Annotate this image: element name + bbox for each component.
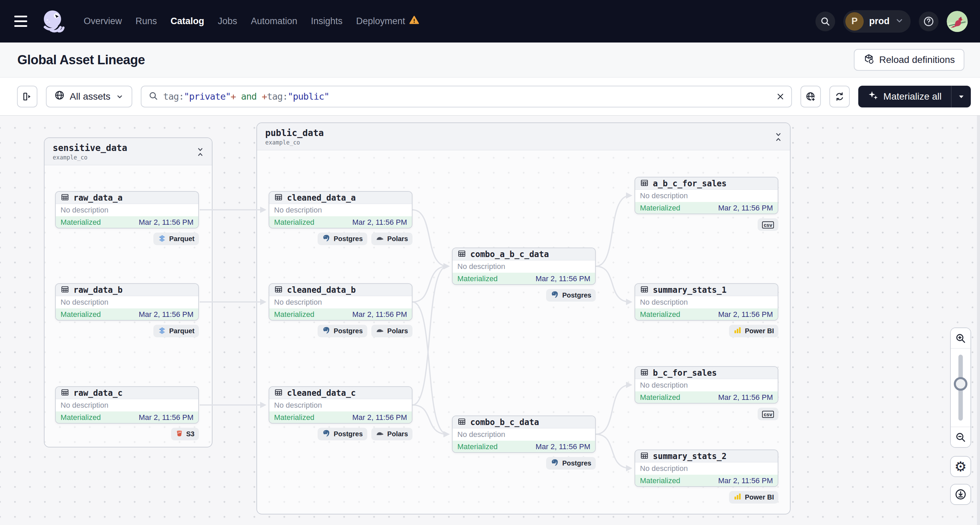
asset-node-b_c_for_sales[interactable]: b_c_for_salesNo descriptionMaterializedM… (635, 366, 778, 404)
status-badge: Materialized (457, 442, 498, 451)
lineage-canvas[interactable]: sensitive_dataexample_copublic_dataexamp… (0, 116, 980, 525)
asset-name: cleaned_data_a (287, 193, 356, 203)
search-icon (148, 91, 159, 102)
zoom-in-icon[interactable] (951, 328, 970, 348)
zoom-slider[interactable] (951, 348, 970, 427)
nav-item-catalog[interactable]: Catalog (171, 16, 204, 27)
asset-node-combo_a_b_c_data[interactable]: combo_a_b_c_dataNo descriptionMaterializ… (452, 248, 596, 285)
nav-item-overview[interactable]: Overview (84, 16, 122, 27)
materialize-options-caret[interactable] (951, 86, 971, 107)
tag-parquet[interactable]: Parquet (153, 325, 199, 337)
nav-item-jobs[interactable]: Jobs (218, 16, 237, 27)
asset-search-input[interactable]: tag:"private"+ and +tag:"public" (141, 86, 792, 107)
download-icon[interactable] (950, 484, 971, 505)
tag-label: Postgres (334, 327, 363, 335)
deployment-switcher[interactable]: P prod (843, 10, 911, 33)
postgres-icon (550, 458, 559, 469)
asset-status-row: MaterializedMar 2, 11:56 PM (269, 216, 412, 229)
materialization-timestamp[interactable]: Mar 2, 11:56 PM (536, 274, 590, 283)
materialization-timestamp[interactable]: Mar 2, 11:56 PM (536, 442, 590, 451)
tag-polars[interactable]: Polars (371, 428, 412, 440)
nav-item-deployment[interactable]: Deployment (356, 15, 419, 27)
hamburger-icon[interactable] (14, 11, 34, 31)
help-icon[interactable] (919, 11, 939, 31)
search-query[interactable]: tag:"private"+ and +tag:"public" (163, 91, 771, 102)
asset-scope-dropdown[interactable]: All assets (46, 86, 132, 107)
tag-parquet[interactable]: Parquet (153, 232, 199, 245)
nav-item-automation[interactable]: Automation (251, 16, 298, 27)
tag-powerbi[interactable]: Power BI (729, 325, 778, 337)
lineage-toolbar: All assets tag:"private"+ and +tag:"publ… (0, 78, 980, 116)
materialize-all-button[interactable]: Materialize all (858, 86, 951, 107)
asset-node-a_b_c_for_sales[interactable]: a_b_c_for_salesNo descriptionMaterialize… (635, 177, 778, 214)
nav-item-insights[interactable]: Insights (311, 16, 342, 27)
asset-node-combo_b_c_data[interactable]: combo_b_c_dataNo descriptionMaterialized… (452, 415, 596, 453)
materialization-timestamp[interactable]: Mar 2, 11:56 PM (139, 218, 194, 227)
asset-node-cleaned_data_b[interactable]: cleaned_data_bNo descriptionMaterialized… (269, 283, 412, 321)
asset-status-row: MaterializedMar 2, 11:56 PM (269, 411, 412, 424)
asset-name: cleaned_data_c (287, 388, 356, 398)
asset-node-cleaned_data_c[interactable]: cleaned_data_cNo descriptionMaterialized… (269, 386, 412, 424)
tag-postgres[interactable]: Postgres (318, 325, 367, 337)
tag-powerbi[interactable]: Power BI (729, 491, 778, 504)
tag-polars[interactable]: Polars (371, 232, 412, 245)
materialization-timestamp[interactable]: Mar 2, 11:56 PM (718, 393, 773, 402)
status-badge: Materialized (274, 218, 315, 227)
materialization-timestamp[interactable]: Mar 2, 11:56 PM (139, 413, 194, 422)
materialization-timestamp[interactable]: Mar 2, 11:56 PM (718, 476, 773, 485)
status-badge: Materialized (640, 393, 681, 402)
top-nav: OverviewRunsCatalogJobsAutomationInsight… (0, 0, 980, 43)
materialization-timestamp[interactable]: Mar 2, 11:56 PM (718, 204, 773, 213)
asset-tag-row: PostgresPolars (269, 232, 412, 245)
asset-node-header: cleaned_data_c (269, 387, 412, 399)
clear-search-icon[interactable] (776, 92, 785, 101)
tag-postgres[interactable]: Postgres (318, 232, 367, 245)
user-avatar[interactable] (947, 11, 968, 32)
asset-node-cleaned_data_a[interactable]: cleaned_data_aNo descriptionMaterialized… (269, 191, 412, 229)
gear-icon[interactable]: ⚙ (950, 456, 971, 477)
tag-csv[interactable]: csv (757, 408, 778, 420)
zoom-out-icon[interactable] (951, 427, 970, 447)
asset-node-raw_data_c[interactable]: raw_data_cNo descriptionMaterializedMar … (55, 386, 199, 424)
materialization-timestamp[interactable]: Mar 2, 11:56 PM (352, 218, 407, 227)
table-icon (640, 285, 649, 295)
tag-postgres[interactable]: Postgres (318, 428, 367, 440)
nav-items: OverviewRunsCatalogJobsAutomationInsight… (84, 15, 419, 27)
table-icon (457, 417, 466, 427)
asset-description: No description (269, 296, 412, 309)
globe-add-icon[interactable] (800, 86, 821, 107)
refresh-icon[interactable] (829, 86, 850, 107)
status-badge: Materialized (457, 274, 498, 283)
search-icon[interactable] (815, 11, 835, 31)
s3-icon (175, 430, 183, 439)
materialization-timestamp[interactable]: Mar 2, 11:56 PM (352, 310, 407, 319)
asset-node-summary_stats_1[interactable]: summary_stats_1No descriptionMaterialize… (635, 283, 778, 321)
materialization-timestamp[interactable]: Mar 2, 11:56 PM (352, 413, 407, 422)
asset-name: summary_stats_1 (653, 285, 727, 295)
tag-csv[interactable]: csv (757, 218, 778, 231)
asset-status-row: MaterializedMar 2, 11:56 PM (453, 441, 595, 453)
asset-node-summary_stats_2[interactable]: summary_stats_2No descriptionMaterialize… (635, 450, 778, 487)
dagster-logo[interactable] (39, 4, 67, 39)
panel-toggle-icon[interactable] (17, 86, 37, 107)
tag-polars[interactable]: Polars (371, 325, 412, 337)
polars-icon (376, 326, 384, 336)
tag-label: Postgres (334, 235, 363, 243)
asset-status-row: MaterializedMar 2, 11:56 PM (635, 391, 778, 404)
nav-item-runs[interactable]: Runs (136, 16, 157, 27)
tag-postgres[interactable]: Postgres (546, 457, 596, 469)
asset-name: raw_data_a (73, 193, 123, 203)
asset-node-raw_data_b[interactable]: raw_data_bNo descriptionMaterializedMar … (55, 283, 199, 321)
asset-name: combo_a_b_c_data (470, 250, 549, 259)
reload-definitions-button[interactable]: Reload definitions (854, 49, 964, 71)
materialization-timestamp[interactable]: Mar 2, 11:56 PM (718, 310, 773, 319)
tag-s3[interactable]: S3 (171, 428, 199, 440)
materialization-timestamp[interactable]: Mar 2, 11:56 PM (139, 310, 194, 319)
asset-description: No description (635, 463, 778, 475)
tag-postgres[interactable]: Postgres (546, 289, 596, 302)
zoom-slider-thumb[interactable] (954, 377, 967, 391)
asset-node-raw_data_a[interactable]: raw_data_aNo descriptionMaterializedMar … (55, 191, 199, 229)
status-badge: Materialized (274, 310, 315, 319)
materialize-all-label: Materialize all (883, 91, 942, 102)
canvas-scrollbar[interactable] (977, 116, 980, 525)
